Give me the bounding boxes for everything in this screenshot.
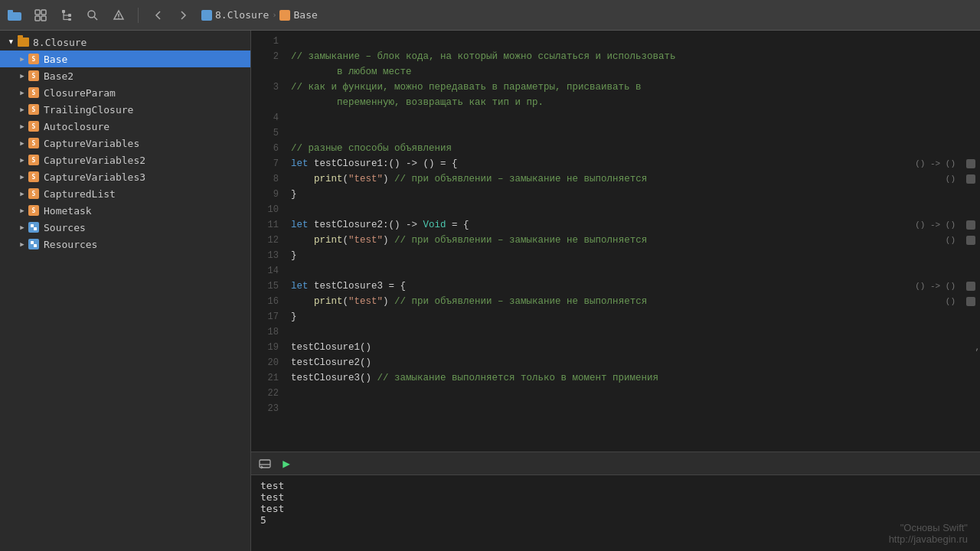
run-btn-12[interactable] [962,233,980,248]
arrow-sources: ▶ [17,222,28,233]
arrow-base2: ▶ [17,70,28,81]
code-annotation-12: () [854,233,962,248]
closureparam-swift-icon: S [28,86,40,99]
code-line-2: // замыкание – блок кода, на который мож… [291,49,980,64]
sidebar-item-base2[interactable]: ▶ S Base2 [0,67,250,84]
svg-rect-6 [62,10,65,13]
sidebar-label-hometask: Hometask [44,205,244,217]
sidebar-item-capturedlist[interactable]: ▶ S CapturedList [0,185,250,202]
svg-rect-16 [31,224,34,227]
code-text-8: print("test") // при объявлении – замыка… [291,171,854,187]
run-btn-16[interactable] [962,294,980,309]
run-console-icon[interactable]: ▶ [279,456,294,471]
svg-line-13 [94,17,97,20]
code-text-10 [291,202,980,217]
breadcrumb-project-icon [201,10,212,21]
code-text-1 [291,34,980,49]
run-btn-11[interactable] [962,217,980,233]
svg-rect-4 [35,16,40,21]
sidebar-item-sources[interactable]: ▶ Sources [0,219,250,236]
code-text-5 [291,126,980,141]
code-text-3: // как и функции, можно передавать в пар… [291,80,980,95]
sidebar-label-base2: Base2 [44,70,244,82]
code-annotation-8: () [854,171,962,187]
breadcrumb-project[interactable]: 8.Closure [215,9,269,21]
breadcrumb-file[interactable]: Base [293,9,317,21]
sidebar-item-closure[interactable]: ▶ 8.Closure [0,34,250,51]
resources-group-icon [28,238,40,250]
sidebar-item-resources[interactable]: ▶ Resources [0,236,250,253]
sidebar-item-capturevariables3[interactable]: ▶ S CaptureVariables3 [0,168,250,185]
code-line-6: // разные способы объявления [291,141,980,156]
autoclosure-swift-icon: S [28,120,40,132]
base2-swift-icon: S [28,70,40,82]
code-line-17: } [291,309,980,324]
svg-rect-18 [31,241,34,244]
arrow-base: ▶ [17,54,28,64]
sidebar-item-base[interactable]: ▶ S Base [0,51,250,67]
code-line-9: } [291,187,980,202]
comma-hint: , [975,340,980,355]
sidebar-item-capturevariables[interactable]: ▶ S CaptureVariables [0,135,250,152]
code-lines: // замыкание – блок кода, на который мож… [288,31,980,452]
code-line-21: testClosure3() // замыкание выполняется … [291,370,980,386]
code-text-12: print("test") // при объявлении – замыка… [291,233,854,248]
hometask-swift-icon: S [28,204,40,217]
svg-rect-1 [8,10,13,14]
closure-folder-icon [17,36,29,48]
trailingclosure-swift-icon: S [28,103,40,116]
code-line-15: let testClosure3 = { () -> () [291,279,980,294]
code-text-18 [291,324,980,340]
folder-icon[interactable] [6,7,23,24]
warning-icon[interactable] [110,7,127,24]
svg-point-12 [88,11,95,18]
code-line-8: print("test") // при объявлении – замыка… [291,171,980,187]
code-text-21: testClosure3() // замыкание выполняется … [291,370,980,386]
hierarchy-icon[interactable] [58,7,75,24]
code-text-16: print("test") // при объявлении – замыка… [291,294,854,309]
code-view[interactable]: 1 2 3 4 5 6 7 8 9 10 11 12 13 14 15 16 1… [251,31,980,452]
sidebar-label-sources: Sources [44,222,244,233]
code-text-15: let testClosure3 = { [291,279,854,294]
arrow-trailingclosure: ▶ [17,104,28,115]
sidebar-item-autoclosure[interactable]: ▶ S Autoclosure [0,118,250,135]
run-btn-15[interactable] [962,279,980,294]
code-text-14 [291,263,980,279]
nav-forward-icon[interactable] [175,7,192,24]
bottom-panel: ▶ test test test 5 "Основы Swift" http:/… [251,452,980,551]
toolbar: 8.Closure › Base [0,0,980,31]
code-line-14 [291,263,980,279]
sidebar-label-trailingclosure: TrailingClosure [44,104,244,116]
sidebar-item-closureparam[interactable]: ▶ S ClosureParam [0,84,250,101]
code-line-16: print("test") // при объявлении – замыка… [291,294,980,309]
code-line-11: let testClosure2:() -> Void = { () -> () [291,217,980,233]
code-line-3b: переменную, возвращать как тип и пр. [291,95,980,110]
capturedlist-swift-icon: S [28,187,40,200]
breadcrumb-sep: › [272,11,276,19]
run-btn-7[interactable] [962,156,980,171]
code-line-5 [291,126,980,141]
code-text-22 [291,386,980,401]
code-text-6: // разные способы объявления [291,141,980,156]
svg-rect-5 [41,16,46,21]
code-text-17: } [291,309,980,324]
code-line-12: print("test") // при объявлении – замыка… [291,233,980,248]
arrow-capturevariables: ▶ [17,138,28,148]
code-text-13: } [291,248,980,263]
line-numbers: 1 2 3 4 5 6 7 8 9 10 11 12 13 14 15 16 1… [251,31,288,452]
run-btn-8[interactable] [962,171,980,187]
search-icon[interactable] [84,7,101,24]
code-annotation-11: () -> () [854,217,962,233]
nav-back-icon[interactable] [149,7,166,24]
code-line-18 [291,324,980,340]
sidebar-label-capturevariables: CaptureVariables [44,138,244,149]
watermark-line2: http://javabegin.ru [889,533,968,545]
grid-icon[interactable] [32,7,49,24]
sidebar-label-closureparam: ClosureParam [44,87,244,99]
breadcrumb-file-icon [279,10,290,21]
sidebar-item-capturevariables2[interactable]: ▶ S CaptureVariables2 [0,152,250,168]
arrow-closureparam: ▶ [17,87,28,98]
sidebar-item-trailingclosure[interactable]: ▶ S TrailingClosure [0,101,250,118]
console-toggle-icon[interactable] [257,456,273,471]
sidebar-item-hometask[interactable]: ▶ S Hometask [0,202,250,219]
